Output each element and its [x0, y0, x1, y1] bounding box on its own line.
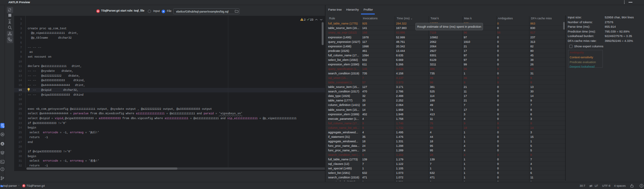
svg-text:A: A: [1, 142, 3, 146]
